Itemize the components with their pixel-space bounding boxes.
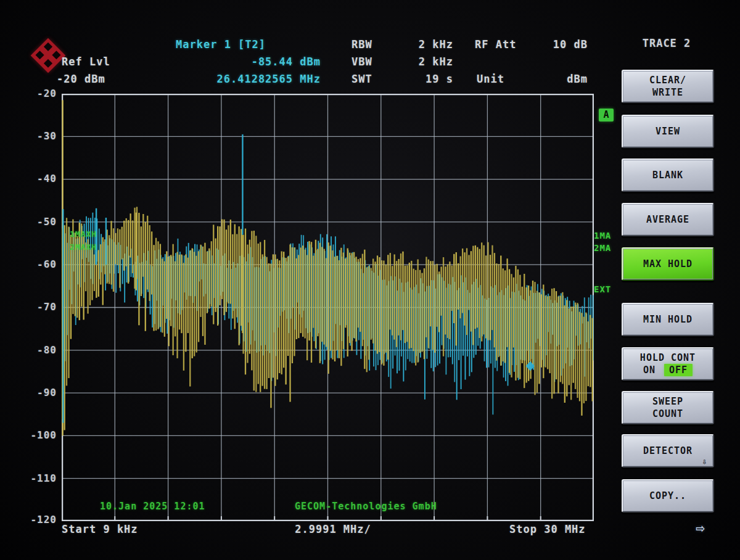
owner-text: GECOM-Technologies GmbH bbox=[295, 501, 437, 512]
trace2-mode-flag: 2MAXH bbox=[70, 242, 97, 252]
rohde-schwarz-logo-icon bbox=[31, 38, 65, 73]
y-tick: -20 bbox=[18, 88, 57, 99]
softkey-view[interactable]: VIEW bbox=[622, 115, 714, 148]
spectrum-plot: 1MAXH 2MAXH 10.Jan 2025 12:01 GECOM-Tech… bbox=[62, 94, 594, 521]
softkey-sweep-count[interactable]: SWEEP COUNT bbox=[622, 391, 714, 424]
spectrum-analyzer-screen: Marker 1 [T2] RBW 2 kHz RF Att 10 dB Ref… bbox=[0, 0, 740, 560]
softkey-menu-title: TRACE 2 bbox=[622, 37, 712, 49]
softkey-clear-write[interactable]: CLEAR/ WRITE bbox=[622, 70, 714, 103]
y-tick: -100 bbox=[18, 429, 57, 441]
unit-value: dBm bbox=[523, 73, 588, 85]
rbw-label: RBW bbox=[352, 38, 372, 51]
menu-next-arrow-icon[interactable]: ⇨ bbox=[696, 519, 704, 537]
span-per-div-label: 2.9991 MHz/ bbox=[281, 523, 385, 535]
rf-att-value: 10 dB bbox=[523, 38, 588, 51]
y-tick: -30 bbox=[18, 130, 57, 142]
softkey-average[interactable]: AVERAGE bbox=[622, 203, 714, 236]
rbw-value: 2 kHz bbox=[395, 38, 453, 51]
ref-lvl-value: -20 dBm bbox=[57, 73, 105, 85]
hold-cont-on-option[interactable]: ON bbox=[643, 364, 656, 376]
start-freq-label: Start 9 kHz bbox=[62, 523, 138, 535]
vbw-label: VBW bbox=[352, 56, 372, 68]
marker-freq-value: 26.41282565 MHz bbox=[204, 73, 321, 85]
hold-cont-label: HOLD CONT bbox=[640, 352, 696, 364]
trace2-detector-flag: 2MA bbox=[594, 243, 611, 253]
y-tick: -40 bbox=[18, 173, 57, 184]
softkey-copy[interactable]: COPY.. bbox=[622, 479, 714, 513]
y-tick: -60 bbox=[18, 258, 57, 270]
trace1-detector-flag: 1MA bbox=[594, 231, 611, 241]
ext-ref-flag: EXT bbox=[594, 284, 611, 294]
softkey-hold-cont[interactable]: HOLD CONT ON OFF bbox=[622, 347, 714, 381]
unit-label: Unit bbox=[477, 73, 504, 85]
marker-level-value: -85.44 dBm bbox=[204, 56, 321, 68]
datetime-text: 10.Jan 2025 12:01 bbox=[100, 501, 205, 512]
swt-value: 19 s bbox=[395, 73, 453, 85]
spectrum-traces bbox=[62, 94, 594, 521]
softkey-blank[interactable]: BLANK bbox=[622, 159, 714, 192]
stop-freq-label: Stop 30 MHz bbox=[509, 523, 586, 535]
trace1-mode-flag: 1MAXH bbox=[70, 229, 97, 239]
submenu-down-arrow-icon: ⇩ bbox=[702, 458, 707, 466]
marker-readout-label: Marker 1 [T2] bbox=[176, 38, 266, 51]
screen-a-badge: A bbox=[599, 109, 614, 121]
hold-cont-off-option[interactable]: OFF bbox=[664, 364, 693, 376]
softkey-max-hold[interactable]: MAX HOLD bbox=[622, 247, 714, 281]
y-tick: -80 bbox=[18, 344, 57, 356]
detector-label: DETECTOR bbox=[643, 445, 693, 457]
y-tick: -120 bbox=[18, 514, 57, 525]
y-tick: -90 bbox=[18, 387, 57, 398]
softkey-detector[interactable]: DETECTOR ⇩ bbox=[622, 434, 714, 467]
softkey-min-hold[interactable]: MIN HOLD bbox=[622, 303, 714, 336]
rf-att-label: RF Att bbox=[475, 38, 516, 51]
y-tick: -50 bbox=[18, 216, 57, 228]
y-tick: -70 bbox=[18, 301, 57, 313]
y-tick: -110 bbox=[18, 472, 57, 484]
ref-lvl-label: Ref Lvl bbox=[62, 56, 110, 68]
vbw-value: 2 kHz bbox=[395, 56, 453, 68]
swt-label: SWT bbox=[352, 73, 372, 85]
